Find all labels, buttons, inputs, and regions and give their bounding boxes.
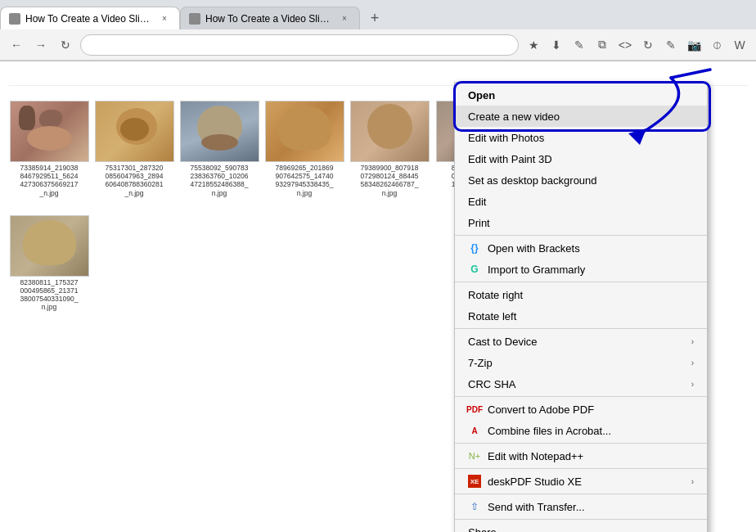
main-content: 73385914_219038 8467929511_5624 42730637…: [0, 61, 756, 532]
menu-item-acrobat-label: Combine files in Acrobat...: [488, 425, 694, 437]
menu-item-share[interactable]: Share: [455, 521, 707, 532]
bookmark-icon[interactable]: ★: [524, 35, 543, 55]
tab-2-favicon: [189, 13, 200, 25]
transfer-icon: ⇧: [468, 500, 481, 513]
menu-item-7zip[interactable]: 7-Zip ›: [455, 352, 707, 373]
menu-item-notepad[interactable]: N+ Edit with Notepad++: [455, 445, 707, 467]
menu-separator-6: [455, 468, 707, 469]
menu-item-desktop-bg[interactable]: Set as desktop background: [455, 169, 707, 191]
tab-1-favicon: [9, 13, 20, 25]
menu-item-edit-photos[interactable]: Edit with Photos: [455, 127, 707, 148]
cast-arrow-icon: ›: [691, 337, 694, 346]
list-item[interactable]: 75317301_287320 0856047963_2894 60640878…: [93, 101, 175, 199]
tab-1-title: How To Create a Video Slidesho...: [25, 13, 153, 25]
image-thumb-4: [265, 101, 344, 162]
list-item[interactable]: 75538092_590783 238363760_10206 47218552…: [178, 101, 260, 199]
menu-separator-3: [455, 328, 707, 329]
menu-item-crc[interactable]: CRC SHA ›: [455, 373, 707, 394]
menu-item-adobe-pdf-label: Convert to Adobe PDF: [488, 404, 694, 416]
menu-item-transfer[interactable]: ⇧ Send with Transfer...: [455, 496, 707, 517]
pen-icon[interactable]: ✎: [661, 35, 681, 55]
back-button[interactable]: ←: [7, 35, 26, 55]
refresh-button[interactable]: ↻: [56, 35, 75, 55]
w-icon[interactable]: W: [730, 35, 749, 55]
menu-item-adobe-pdf[interactable]: PDF Convert to Adobe PDF: [455, 399, 707, 420]
tab-2-close[interactable]: ×: [338, 12, 351, 25]
tab-1[interactable]: How To Create a Video Slidesho... ×: [0, 7, 180, 29]
menu-item-create-video[interactable]: Create a new video: [455, 106, 707, 127]
menu-item-deskpdf-label: deskPDF Studio XE: [488, 476, 685, 488]
menu-item-create-video-label: Create a new video: [468, 110, 694, 123]
edit-icon[interactable]: ✎: [569, 35, 589, 55]
context-menu: Open Create a new video Edit with Photos…: [454, 82, 708, 532]
menu-item-paint3d[interactable]: Edit with Paint 3D: [455, 148, 707, 169]
menu-item-print[interactable]: Print: [455, 212, 707, 233]
tab-2-title: How To Create a Video Slidesho...: [205, 13, 333, 25]
menu-item-rotate-left[interactable]: Rotate left: [455, 305, 707, 327]
menu-separator-4: [455, 396, 707, 397]
menu-item-share-label: Share: [468, 526, 694, 533]
image-thumb-3: [180, 101, 259, 162]
grid-icon[interactable]: ⧉: [592, 35, 612, 55]
menu-item-deskpdf[interactable]: XE deskPDF Studio XE ›: [455, 471, 707, 492]
grammarly-icon: G: [468, 263, 481, 276]
acrobat-icon: A: [468, 424, 481, 437]
notepad-icon: N+: [468, 449, 481, 462]
menu-item-grammarly[interactable]: G Import to Grammarly: [455, 259, 707, 280]
menu-item-7zip-label: 7-Zip: [468, 357, 685, 369]
menu-item-edit[interactable]: Edit: [455, 191, 707, 212]
menu-item-crc-label: CRC SHA: [468, 378, 685, 390]
menu-item-rotate-left-label: Rotate left: [468, 310, 694, 322]
menu-separator-5: [455, 443, 707, 444]
menu-separator-2: [455, 282, 707, 282]
image-3-label: 75538092_590783 238363760_10206 47218552…: [191, 162, 249, 199]
menu-item-rotate-right-label: Rotate right: [468, 289, 694, 301]
list-item[interactable]: 79389900_807918 072980124_88445 58348262…: [349, 101, 430, 199]
menu-item-paint3d-label: Edit with Paint 3D: [468, 153, 694, 165]
7zip-arrow-icon: ›: [691, 358, 694, 367]
menu-item-brackets[interactable]: {} Open with Brackets: [455, 237, 707, 259]
browser-toolbar: ← → ↻ ★ ⬇ ✎ ⧉ <> ↻ ✎ 📷 ⦶ W: [0, 29, 756, 61]
forward-button[interactable]: →: [31, 35, 51, 55]
deskpdf-arrow-icon: ›: [691, 477, 694, 486]
image-4-label: 78969265_201869 907642575_14740 93297945…: [276, 162, 334, 199]
image-thumb-5: [350, 101, 430, 162]
menu-separator-7: [455, 494, 707, 494]
adobe-pdf-icon: PDF: [468, 403, 481, 416]
menu-item-cast[interactable]: Cast to Device ›: [455, 331, 707, 352]
image-thumb-1: [10, 101, 89, 162]
image-5-label: 79389900_807918 072980124_88445 58348262…: [361, 162, 419, 199]
image-thumb-2: [95, 101, 174, 162]
list-item[interactable]: 73385914_219038 8467929511_5624 42730637…: [8, 101, 90, 199]
tab-2[interactable]: How To Create a Video Slidesho... ×: [180, 7, 360, 29]
menu-separator-1: [455, 235, 707, 236]
crc-arrow-icon: ›: [691, 380, 694, 389]
menu-item-rotate-right[interactable]: Rotate right: [455, 284, 707, 305]
image-2-label: 75317301_287320 0856047963_2894 60640878…: [106, 162, 164, 199]
menu-item-grammarly-label: Import to Grammarly: [488, 264, 694, 276]
tab-1-close[interactable]: ×: [158, 12, 171, 25]
menu-item-notepad-label: Edit with Notepad++: [488, 450, 694, 462]
image-thumb-7: [10, 215, 89, 277]
tab-bar: How To Create a Video Slidesho... × How …: [0, 0, 756, 29]
brackets-icon: {}: [468, 241, 481, 255]
toolbar-icons: ★ ⬇ ✎ ⧉ <> ↻ ✎ 📷 ⦶ W: [524, 35, 749, 55]
address-bar[interactable]: [80, 34, 519, 56]
menu-item-open[interactable]: Open: [455, 84, 707, 106]
browser-chrome: How To Create a Video Slidesho... × How …: [0, 0, 756, 61]
menu-item-print-label: Print: [468, 217, 694, 229]
image-icon[interactable]: 📷: [684, 35, 704, 55]
menu-item-edit-photos-label: Edit with Photos: [468, 132, 694, 144]
list-item[interactable]: 78969265_201869 907642575_14740 93297945…: [263, 101, 345, 199]
new-tab-button[interactable]: +: [363, 7, 386, 29]
refresh2-icon[interactable]: ↻: [638, 35, 658, 55]
menu-item-transfer-label: Send with Transfer...: [488, 501, 694, 513]
spiral-icon[interactable]: ⦶: [707, 35, 727, 55]
image-1-label: 73385914_219038 8467929511_5624 42730637…: [20, 162, 79, 199]
list-item[interactable]: 82380811_175327 000495865_21371 38007540…: [8, 215, 90, 313]
code-icon[interactable]: <>: [615, 35, 635, 55]
download-icon[interactable]: ⬇: [547, 35, 566, 55]
image-7-label: 82380811_175327 000495865_21371 38007540…: [20, 277, 79, 313]
menu-item-open-label: Open: [468, 89, 694, 101]
menu-item-acrobat[interactable]: A Combine files in Acrobat...: [455, 420, 707, 441]
